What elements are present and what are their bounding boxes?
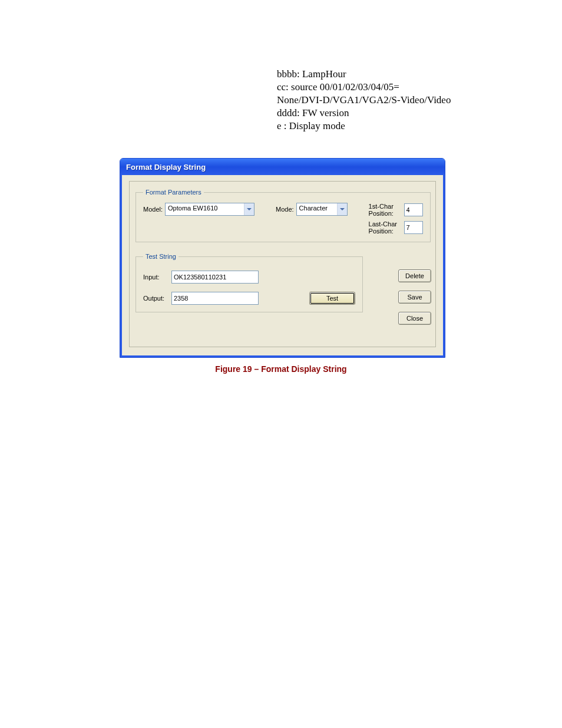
test-string-group: Test String Input: Output: Test — [135, 253, 363, 312]
format-parameters-group: Format Parameters Model: Optoma EW1610 M… — [135, 189, 431, 242]
mode-row: Mode: Character — [276, 203, 348, 216]
input-label: Input: — [143, 274, 169, 281]
header-line-2: cc: source 00/01/02/03/04/05= — [277, 81, 451, 94]
dialog-window: Format Display String Format Parameters … — [120, 158, 445, 358]
model-value: Optoma EW1610 — [166, 203, 244, 215]
chevron-down-icon[interactable] — [244, 203, 254, 215]
last-char-label: Last-Char Position: — [369, 220, 404, 235]
close-button[interactable]: Close — [398, 312, 431, 325]
figure-caption: Figure 19 – Format Display String — [0, 364, 562, 374]
mode-combo[interactable]: Character — [296, 203, 348, 216]
output-field[interactable] — [171, 292, 259, 305]
output-label: Output: — [143, 295, 169, 302]
side-buttons: Delete Save Close — [398, 269, 431, 325]
client-area: Format Parameters Model: Optoma EW1610 M… — [120, 175, 445, 357]
header-text-block: bbbb: LampHour cc: source 00/01/02/03/04… — [277, 68, 451, 133]
window-title: Format Display String — [126, 163, 206, 172]
first-char-label: 1st-Char Position: — [369, 203, 404, 217]
mode-value: Character — [297, 203, 337, 215]
first-char-input[interactable] — [404, 203, 423, 216]
title-bar[interactable]: Format Display String — [120, 159, 445, 175]
last-char-input[interactable] — [404, 221, 423, 234]
chevron-down-icon[interactable] — [337, 203, 347, 215]
model-combo[interactable]: Optoma EW1610 — [165, 203, 254, 216]
model-label: Model: — [143, 206, 163, 213]
position-block: 1st-Char Position: Last-Char Position: — [369, 203, 423, 235]
input-field[interactable] — [171, 271, 259, 284]
format-parameters-legend: Format Parameters — [143, 189, 204, 196]
save-button[interactable]: Save — [398, 291, 431, 304]
header-line-5: e : Display mode — [277, 120, 451, 133]
header-line-3: None/DVI-D/VGA1/VGA2/S-Video/Video — [277, 94, 451, 107]
test-button[interactable]: Test — [309, 292, 355, 305]
header-line-1: bbbb: LampHour — [277, 68, 451, 81]
test-string-legend: Test String — [143, 253, 178, 260]
header-line-4: dddd: FW version — [277, 107, 451, 120]
inner-panel: Format Parameters Model: Optoma EW1610 M… — [129, 181, 436, 347]
delete-button[interactable]: Delete — [398, 269, 431, 282]
mode-label: Mode: — [276, 206, 294, 213]
model-row: Model: Optoma EW1610 — [143, 203, 254, 216]
